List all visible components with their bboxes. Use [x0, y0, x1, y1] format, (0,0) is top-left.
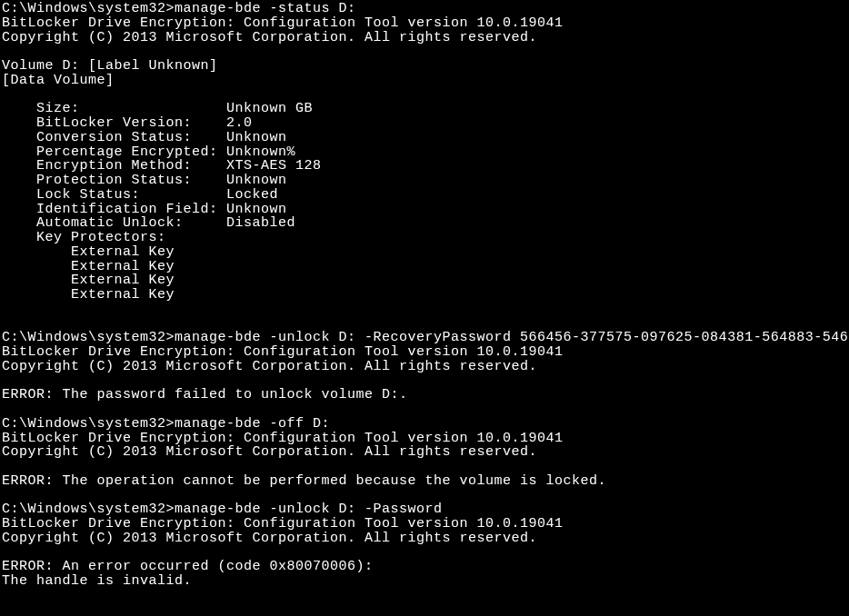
blank-line: [2, 88, 849, 103]
error-line: ERROR: The password failed to unlock vol…: [2, 388, 849, 402]
command-line-1[interactable]: C:\Windows\system32>manage-bde -status D…: [2, 2, 849, 16]
error-line: ERROR: The operation cannot be performed…: [2, 474, 849, 489]
command-input: manage-bde -status D:: [175, 1, 356, 16]
blank-line: [2, 303, 849, 317]
prompt: C:\Windows\system32>: [2, 502, 175, 517]
blank-line: [2, 489, 849, 503]
output-header-line: BitLocker Drive Encryption: Configuratio…: [2, 432, 849, 446]
status-key-protectors: Key Protectors:: [2, 231, 849, 245]
command-input: manage-bde -off D:: [175, 416, 330, 432]
blank-line: [2, 402, 849, 417]
command-input: manage-bde -unlock D: -RecoveryPassword …: [175, 330, 849, 345]
output-header-line: BitLocker Drive Encryption: Configuratio…: [2, 16, 849, 31]
command-input: manage-bde -unlock D: -Password: [175, 502, 443, 517]
key-protector-item: External Key: [2, 245, 849, 260]
volume-line: Volume D: [Label Unknown]: [2, 59, 849, 74]
error-line: The handle is invalid.: [2, 574, 849, 589]
status-identification: Identification Field: Unknown: [2, 203, 849, 217]
blank-line: [2, 546, 849, 561]
status-percentage: Percentage Encrypted: Unknown%: [2, 145, 849, 160]
status-encryption-method: Encryption Method: XTS-AES 128: [2, 159, 849, 174]
prompt: C:\Windows\system32>: [2, 330, 175, 345]
status-protection: Protection Status: Unknown: [2, 174, 849, 188]
command-line-4[interactable]: C:\Windows\system32>manage-bde -unlock D…: [2, 502, 849, 517]
prompt: C:\Windows\system32>: [2, 416, 175, 432]
output-copyright-line: Copyright (C) 2013 Microsoft Corporation…: [2, 360, 849, 374]
key-protector-item: External Key: [2, 260, 849, 274]
key-protector-item: External Key: [2, 273, 849, 288]
blank-line: [2, 374, 849, 389]
output-header-line: BitLocker Drive Encryption: Configuratio…: [2, 345, 849, 360]
output-copyright-line: Copyright (C) 2013 Microsoft Corporation…: [2, 31, 849, 45]
command-line-2[interactable]: C:\Windows\system32>manage-bde -unlock D…: [2, 331, 849, 345]
blank-line: [2, 45, 849, 59]
status-size: Size: Unknown GB: [2, 102, 849, 116]
blank-line: [2, 317, 849, 332]
prompt: C:\Windows\system32>: [2, 1, 175, 16]
error-line: ERROR: An error occurred (code 0x8007000…: [2, 560, 849, 574]
status-lock: Lock Status: Locked: [2, 188, 849, 203]
command-line-3[interactable]: C:\Windows\system32>manage-bde -off D:: [2, 417, 849, 432]
output-copyright-line: Copyright (C) 2013 Microsoft Corporation…: [2, 445, 849, 460]
status-bitlocker-version: BitLocker Version: 2.0: [2, 116, 849, 131]
volume-type-line: [Data Volume]: [2, 74, 849, 88]
blank-line: [2, 460, 849, 474]
output-copyright-line: Copyright (C) 2013 Microsoft Corporation…: [2, 532, 849, 546]
output-header-line: BitLocker Drive Encryption: Configuratio…: [2, 517, 849, 532]
status-conversion: Conversion Status: Unknown: [2, 131, 849, 145]
key-protector-item: External Key: [2, 288, 849, 303]
status-automatic-unlock: Automatic Unlock: Disabled: [2, 216, 849, 231]
